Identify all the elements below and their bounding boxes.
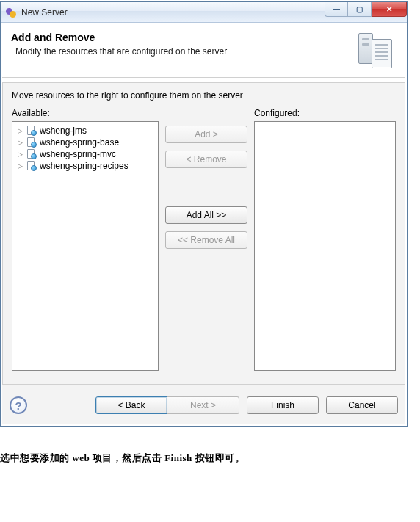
available-label: Available: (12, 108, 159, 118)
list-item[interactable]: ▷ wsheng-spring-base (14, 137, 156, 148)
expand-icon[interactable]: ▷ (17, 139, 23, 146)
web-module-icon (26, 137, 37, 148)
configured-label: Configured: (254, 108, 396, 118)
app-icon (5, 7, 17, 18)
wizard-header: Add and Remove Modify the resources that… (2, 24, 405, 78)
web-module-icon (26, 126, 37, 136)
available-list[interactable]: ▷ wsheng-jms ▷ wsheng-spring-base ▷ (12, 121, 159, 371)
dialog-window: New Server — ▢ ✕ Add and Remove Modify t… (0, 1, 408, 427)
list-item[interactable]: ▷ wsheng-spring-mvc (14, 148, 156, 160)
web-module-icon (26, 161, 37, 171)
wizard-footer: ? < Back Next > Finish Cancel (2, 385, 405, 424)
list-item-label: wsheng-spring-base (40, 137, 119, 148)
page-title: Add and Remove (11, 32, 352, 43)
help-icon[interactable]: ? (10, 396, 27, 414)
maximize-button[interactable]: ▢ (348, 2, 372, 17)
web-module-icon (26, 149, 37, 159)
page-description: Modify the resources that are configured… (11, 46, 352, 57)
list-item[interactable]: ▷ wsheng-jms (14, 125, 156, 137)
window-title: New Server (21, 7, 68, 18)
cancel-button[interactable]: Cancel (326, 396, 398, 414)
expand-icon[interactable]: ▷ (17, 163, 23, 170)
list-item-label: wsheng-spring-mvc (40, 149, 116, 159)
next-button[interactable]: Next > (167, 396, 239, 414)
remove-all-button[interactable]: << Remove All (165, 231, 247, 249)
instruction-text: Move resources to the right to configure… (12, 90, 396, 101)
add-button[interactable]: Add > (165, 126, 247, 143)
minimize-button[interactable]: — (325, 2, 348, 17)
remove-button[interactable]: < Remove (165, 151, 247, 168)
configured-list[interactable] (254, 121, 396, 371)
finish-button[interactable]: Finish (247, 396, 319, 414)
expand-icon[interactable]: ▷ (17, 151, 23, 158)
add-all-button[interactable]: Add All >> (165, 206, 247, 224)
list-item[interactable]: ▷ wsheng-spring-recipes (14, 160, 156, 172)
titlebar[interactable]: New Server — ▢ ✕ (1, 2, 407, 23)
back-button[interactable]: < Back (95, 396, 167, 414)
list-item-label: wsheng-spring-recipes (40, 161, 128, 171)
list-item-label: wsheng-jms (40, 126, 87, 136)
close-button[interactable]: ✕ (372, 2, 407, 17)
wizard-banner-icon (358, 32, 395, 70)
caption-text: 选中想要添加的 web 项目，然后点击 Finish 按钮即可。 (0, 452, 420, 465)
expand-icon[interactable]: ▷ (17, 128, 23, 134)
